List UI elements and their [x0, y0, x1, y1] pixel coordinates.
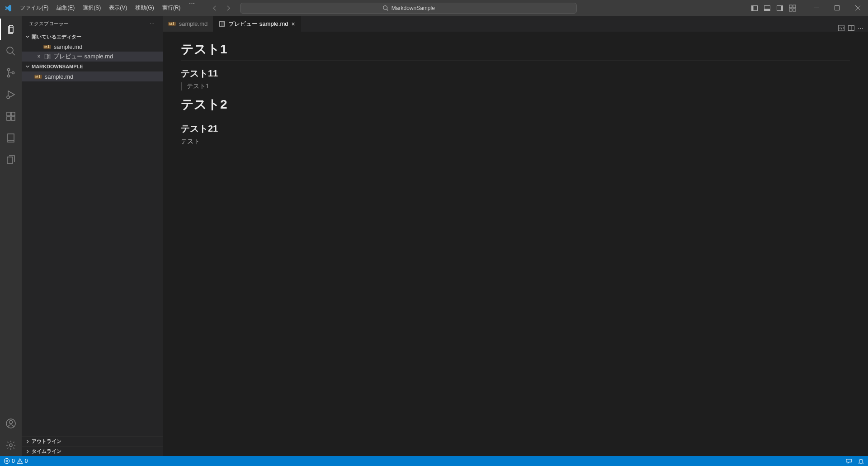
svg-rect-22	[7, 157, 13, 163]
chevron-right-icon	[24, 438, 31, 445]
svg-point-0	[383, 5, 387, 10]
menu-go[interactable]: 移動(G)	[131, 0, 158, 16]
close-icon[interactable]: ×	[291, 20, 295, 28]
menu-file[interactable]: ファイル(F)	[16, 0, 52, 16]
show-source-icon[interactable]	[838, 24, 845, 32]
command-center-search[interactable]: MarkdownSample	[240, 3, 577, 14]
nav-arrows	[209, 3, 234, 14]
activity-debug-icon[interactable]	[0, 84, 22, 105]
markdown-file-icon: M⬇	[168, 22, 176, 26]
toggle-secondary-sidebar-icon[interactable]	[775, 3, 785, 13]
nav-back-icon[interactable]	[209, 3, 220, 14]
error-count: 0	[12, 458, 15, 464]
split-editor-icon[interactable]	[848, 24, 855, 32]
editor-area: M⬇ sample.md プレビュー sample.md × ⋯	[163, 16, 868, 456]
close-icon[interactable]: ×	[35, 53, 42, 60]
warning-icon	[17, 458, 23, 464]
svg-rect-8	[793, 5, 796, 8]
preview-icon	[219, 21, 225, 27]
menu-selection[interactable]: 選択(S)	[79, 0, 105, 16]
menu-overflow-icon[interactable]: ⋯	[184, 0, 199, 16]
open-editors-header[interactable]: 開いているエディター	[22, 32, 163, 42]
preview-h2: テスト11	[181, 67, 850, 80]
sidebar-explorer: エクスプローラー ⋯ 開いているエディター M⬇ sample.md × プレビ…	[22, 16, 163, 456]
sidebar-more-icon[interactable]: ⋯	[150, 21, 156, 27]
blockquote-text: テスト1	[187, 82, 209, 90]
activity-settings-icon[interactable]	[0, 434, 22, 456]
titlebar-right	[750, 0, 868, 16]
status-problems[interactable]: 0 0	[4, 458, 28, 464]
window-close-icon[interactable]	[847, 0, 868, 16]
activity-book-icon[interactable]	[0, 127, 22, 149]
svg-rect-20	[11, 112, 15, 116]
svg-rect-2	[752, 5, 754, 10]
activity-search-icon[interactable]	[0, 40, 22, 62]
preview-h1: テスト1	[181, 41, 850, 61]
outline-label: アウトライン	[32, 438, 61, 445]
activity-bar	[0, 16, 22, 456]
workspace-label: MARKDOWNSAMPLE	[32, 64, 83, 69]
svg-rect-9	[789, 9, 792, 11]
preview-h2: テスト21	[181, 123, 850, 135]
svg-point-24	[9, 421, 13, 424]
chevron-right-icon	[24, 448, 31, 455]
file-name: sample.md	[45, 73, 74, 80]
chevron-down-icon	[24, 33, 31, 40]
error-icon	[4, 458, 10, 464]
toggle-primary-sidebar-icon[interactable]	[750, 3, 760, 13]
sidebar-title: エクスプローラー	[29, 20, 69, 27]
svg-rect-17	[7, 112, 10, 116]
toggle-panel-icon[interactable]	[762, 3, 772, 13]
tab-sample-md[interactable]: M⬇ sample.md	[163, 16, 213, 32]
svg-rect-11	[835, 6, 839, 10]
tab-label: プレビュー sample.md	[228, 20, 288, 28]
status-bell-icon[interactable]	[858, 458, 864, 465]
file-item[interactable]: M⬇ sample.md	[22, 71, 163, 81]
body-area: エクスプローラー ⋯ 開いているエディター M⬇ sample.md × プレビ…	[0, 16, 868, 456]
tab-preview-sample-md[interactable]: プレビュー sample.md ×	[213, 16, 301, 32]
timeline-header[interactable]: タイムライン	[22, 446, 163, 456]
markdown-preview[interactable]: テスト1 テスト11 テスト1 テスト2 テスト21 テスト	[163, 32, 868, 456]
status-right	[845, 458, 864, 465]
menubar: ファイル(F) 編集(E) 選択(S) 表示(V) 移動(G) 実行(R) ⋯	[16, 0, 199, 16]
window-minimize-icon[interactable]	[806, 0, 826, 16]
open-editor-item[interactable]: M⬇ sample.md	[22, 42, 163, 52]
menu-view[interactable]: 表示(V)	[105, 0, 131, 16]
activity-explorer-icon[interactable]	[0, 19, 22, 40]
activity-files-icon[interactable]	[0, 149, 22, 171]
search-icon	[382, 5, 389, 11]
activity-extensions-icon[interactable]	[0, 105, 22, 127]
warning-count: 0	[25, 458, 28, 464]
window-maximize-icon[interactable]	[826, 0, 847, 16]
more-actions-icon[interactable]: ⋯	[858, 25, 863, 32]
menu-run[interactable]: 実行(R)	[158, 0, 185, 16]
markdown-file-icon: M⬇	[43, 45, 51, 49]
svg-point-12	[7, 47, 13, 53]
open-editor-item[interactable]: × プレビュー sample.md	[22, 52, 163, 62]
open-editors-label: 開いているエディター	[32, 33, 81, 40]
outline-header[interactable]: アウトライン	[22, 436, 163, 446]
window-controls	[806, 0, 868, 16]
preview-paragraph: テスト	[181, 138, 850, 146]
svg-point-16	[7, 96, 9, 99]
svg-rect-18	[7, 117, 10, 120]
tabs-actions: ⋯	[833, 24, 868, 32]
status-feedback-icon[interactable]	[845, 458, 852, 465]
status-bar: 0 0	[0, 456, 868, 466]
nav-forward-icon[interactable]	[223, 3, 234, 14]
workspace-header[interactable]: MARKDOWNSAMPLE	[22, 62, 163, 71]
timeline-label: タイムライン	[32, 448, 61, 455]
svg-point-13	[8, 69, 10, 71]
markdown-file-icon: M⬇	[34, 75, 42, 79]
svg-point-15	[12, 72, 14, 74]
titlebar: ファイル(F) 編集(E) 選択(S) 表示(V) 移動(G) 実行(R) ⋯ …	[0, 0, 868, 16]
svg-point-25	[9, 444, 12, 447]
activity-account-icon[interactable]	[0, 413, 22, 434]
activity-bottom	[0, 413, 22, 456]
svg-rect-4	[764, 9, 770, 10]
menu-edit[interactable]: 編集(E)	[52, 0, 79, 16]
customize-layout-icon[interactable]	[788, 3, 797, 13]
activity-source-control-icon[interactable]	[0, 62, 22, 84]
tab-label: sample.md	[179, 20, 208, 27]
svg-point-14	[8, 75, 10, 77]
